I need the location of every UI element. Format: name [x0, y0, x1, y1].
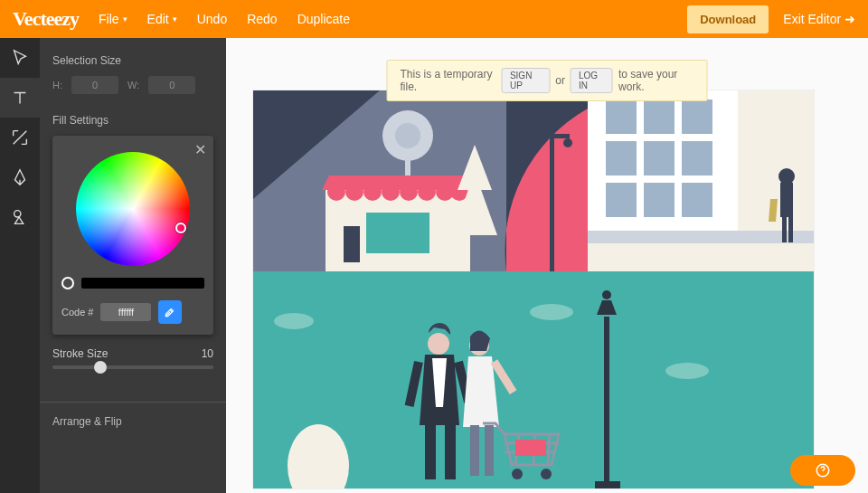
svg-point-8 — [327, 183, 345, 201]
stroke-slider[interactable] — [52, 365, 213, 369]
brand-logo: Vecteezy — [13, 7, 79, 31]
svg-line-67 — [548, 434, 550, 465]
download-button[interactable]: Download — [687, 5, 769, 33]
menu-redo[interactable]: Redo — [247, 12, 277, 26]
selection-size-title: Selection Size — [52, 54, 213, 67]
svg-rect-55 — [445, 425, 456, 479]
menu-file[interactable]: File▾ — [99, 12, 127, 26]
panel-divider — [40, 402, 226, 403]
save-notice-suffix: to save your work. — [618, 68, 694, 93]
menu-edit-label: Edit — [147, 12, 169, 26]
save-notice-bar: This is a temporary file. SIGN UP or LOG… — [387, 60, 708, 101]
svg-rect-31 — [606, 141, 637, 175]
help-button[interactable] — [790, 455, 855, 486]
svg-rect-38 — [780, 183, 793, 217]
save-notice-or: or — [555, 74, 565, 87]
svg-point-0 — [14, 211, 21, 217]
menu-duplicate[interactable]: Duplicate — [297, 12, 350, 26]
svg-rect-27 — [588, 231, 814, 243]
login-button[interactable]: LOG IN — [571, 68, 613, 93]
pen-icon — [10, 167, 30, 187]
svg-rect-61 — [485, 425, 494, 476]
artboard[interactable] — [253, 90, 814, 488]
canvas-area: This is a temporary file. SIGN UP or LOG… — [226, 38, 868, 493]
text-tool[interactable] — [0, 78, 40, 118]
top-bar-right: Download Exit Editor ➜ — [687, 5, 855, 33]
pen-tool[interactable] — [0, 157, 40, 197]
width-input[interactable]: 0 — [148, 76, 195, 94]
svg-rect-47 — [604, 317, 609, 488]
hex-row: Code # — [61, 300, 204, 324]
svg-rect-34 — [606, 183, 637, 217]
svg-point-37 — [778, 168, 795, 185]
color-wheel-handle[interactable] — [175, 223, 186, 233]
chevron-down-icon: ▾ — [173, 14, 177, 24]
svg-rect-40 — [788, 217, 793, 242]
fill-settings-title: Fill Settings — [52, 114, 213, 127]
chevron-down-icon: ▾ — [123, 14, 127, 24]
stroke-size-row: Stroke Size 10 — [52, 347, 213, 360]
svg-rect-54 — [425, 425, 436, 479]
svg-point-12 — [400, 183, 418, 201]
arrange-flip-title: Arrange & Flip — [52, 415, 213, 428]
svg-rect-39 — [782, 217, 787, 242]
svg-point-69 — [541, 469, 552, 479]
svg-point-45 — [665, 363, 709, 379]
svg-rect-30 — [682, 100, 712, 134]
svg-rect-35 — [644, 183, 675, 217]
fill-settings-panel: ✕ Code # — [52, 136, 213, 335]
main-menu: File▾ Edit▾ Undo Redo Duplicate — [99, 12, 350, 26]
svg-point-24 — [563, 138, 572, 147]
brightness-track — [81, 278, 204, 289]
svg-point-44 — [530, 304, 573, 320]
brightness-thumb[interactable] — [61, 277, 74, 289]
svg-rect-33 — [682, 141, 712, 175]
stroke-thumb[interactable] — [94, 361, 107, 374]
height-input[interactable]: 0 — [71, 76, 118, 94]
svg-rect-29 — [644, 100, 675, 134]
artwork-illustration — [253, 90, 814, 488]
hex-input[interactable] — [100, 303, 151, 321]
brightness-slider[interactable] — [61, 277, 204, 289]
svg-point-13 — [418, 183, 436, 201]
hex-label: Code # — [61, 307, 93, 318]
menu-edit[interactable]: Edit▾ — [147, 12, 177, 26]
svg-point-68 — [512, 469, 523, 479]
help-icon — [815, 462, 831, 479]
text-icon — [10, 88, 30, 108]
svg-rect-32 — [644, 141, 675, 175]
signup-button[interactable]: SIGN UP — [502, 68, 550, 93]
tool-strip — [0, 38, 40, 493]
eyedropper-button[interactable] — [158, 300, 182, 324]
select-tool[interactable] — [0, 38, 40, 78]
stroke-size-value: 10 — [202, 347, 213, 360]
svg-rect-70 — [515, 440, 546, 456]
shapes-icon — [10, 207, 30, 227]
svg-rect-21 — [550, 136, 554, 271]
svg-rect-60 — [470, 425, 479, 476]
svg-point-9 — [345, 183, 363, 201]
close-icon[interactable]: ✕ — [194, 141, 206, 158]
svg-point-11 — [382, 183, 400, 201]
selection-dimensions: H: 0 W: 0 — [52, 76, 213, 94]
svg-rect-28 — [606, 100, 637, 134]
svg-rect-17 — [344, 226, 360, 262]
color-wheel[interactable] — [76, 152, 190, 266]
scale-icon — [10, 128, 30, 147]
svg-rect-36 — [682, 183, 712, 217]
svg-rect-50 — [595, 481, 620, 488]
scale-tool[interactable] — [0, 118, 40, 157]
height-label: H: — [52, 80, 62, 90]
exit-editor-button[interactable]: Exit Editor ➜ — [783, 12, 855, 26]
svg-rect-16 — [366, 213, 429, 253]
shapes-tool[interactable] — [0, 197, 40, 237]
svg-point-49 — [602, 290, 611, 299]
eyedropper-icon — [164, 306, 176, 318]
svg-point-10 — [363, 183, 382, 201]
side-panel: Selection Size H: 0 W: 0 Fill Settings ✕… — [40, 38, 226, 493]
svg-point-51 — [428, 333, 449, 355]
menu-undo[interactable]: Undo — [197, 12, 227, 26]
width-label: W: — [127, 80, 139, 90]
cursor-icon — [10, 48, 30, 68]
svg-point-5 — [395, 123, 420, 148]
